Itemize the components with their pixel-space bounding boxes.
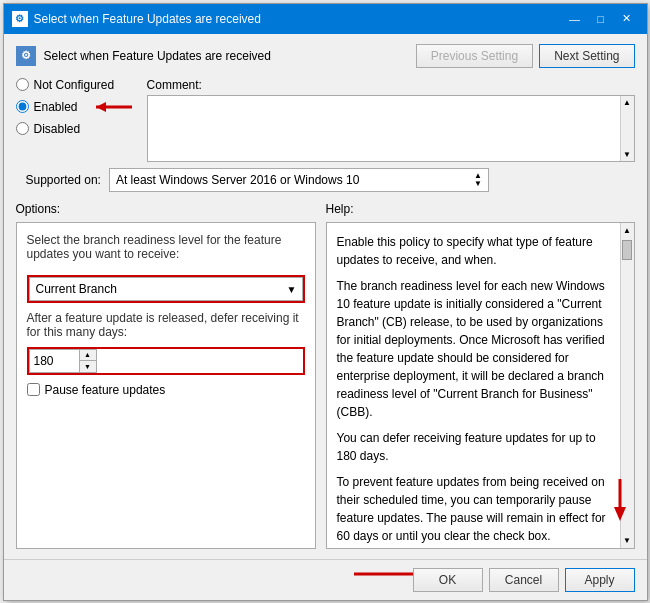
content-area: ⚙ Select when Feature Updates are receiv… (4, 34, 647, 559)
comment-scrollbar: ▲ ▼ (620, 96, 634, 161)
defer-days-down-button[interactable]: ▼ (80, 361, 96, 372)
bottom-bar: OK Cancel Apply (4, 559, 647, 600)
options-panel: Select the branch readiness level for th… (16, 222, 316, 549)
ok-button[interactable]: OK (413, 568, 483, 592)
close-button[interactable]: ✕ (615, 10, 639, 28)
section-labels: Options: Help: (16, 202, 635, 216)
disabled-radio[interactable] (16, 122, 29, 135)
enabled-radio[interactable] (16, 100, 29, 113)
comment-label: Comment: (147, 78, 635, 92)
help-para-4: To prevent feature updates from being re… (337, 473, 610, 545)
maximize-button[interactable]: □ (589, 10, 613, 28)
pause-updates-checkbox[interactable] (27, 383, 40, 396)
help-scroll-thumb[interactable] (622, 240, 632, 260)
header-title: ⚙ Select when Feature Updates are receiv… (16, 46, 271, 66)
title-bar: ⚙ Select when Feature Updates are receiv… (4, 4, 647, 34)
enabled-label: Enabled (34, 100, 78, 114)
pause-updates-label[interactable]: Pause feature updates (27, 383, 305, 397)
help-scroll-down[interactable]: ▼ (623, 533, 631, 548)
branch-dropdown[interactable]: Current Branch Current Branch for Busine… (29, 277, 303, 301)
help-scroll-up[interactable]: ▲ (623, 223, 631, 238)
pause-updates-text: Pause feature updates (45, 383, 166, 397)
help-scrollbar[interactable]: ▲ ▼ (620, 223, 634, 548)
header-title-text: Select when Feature Updates are received (44, 49, 271, 63)
window-icon: ⚙ (12, 11, 28, 27)
header-buttons: Previous Setting Next Setting (416, 44, 635, 68)
disabled-radio-label[interactable]: Disabled (16, 122, 137, 136)
options-section-label: Options: (16, 202, 326, 216)
defer-days-highlight-box: ▲ ▼ (27, 347, 305, 375)
options-description: Select the branch readiness level for th… (27, 233, 305, 261)
not-configured-label: Not Configured (34, 78, 115, 92)
supported-scrollbar: ▲ ▼ (474, 172, 482, 188)
branch-dropdown-wrapper: Current Branch Current Branch for Busine… (29, 277, 303, 301)
enabled-arrow (82, 97, 137, 117)
main-window: ⚙ Select when Feature Updates are receiv… (3, 3, 648, 601)
apply-button[interactable]: Apply (565, 568, 635, 592)
not-configured-radio[interactable] (16, 78, 29, 91)
defer-description: After a feature update is released, defe… (27, 311, 305, 339)
next-setting-button[interactable]: Next Setting (539, 44, 634, 68)
defer-days-up-button[interactable]: ▲ (80, 350, 96, 361)
help-panel: Enable this policy to specify what type … (326, 222, 635, 549)
help-text: Enable this policy to specify what type … (327, 223, 620, 548)
header-row: ⚙ Select when Feature Updates are receiv… (16, 44, 635, 68)
title-bar-controls: — □ ✕ (563, 10, 639, 28)
not-configured-radio-label[interactable]: Not Configured (16, 78, 137, 92)
help-para-1: Enable this policy to specify what type … (337, 233, 610, 269)
window-title: Select when Feature Updates are received (34, 12, 261, 26)
defer-days-input[interactable] (29, 349, 79, 373)
enabled-radio-label[interactable]: Enabled (16, 100, 78, 114)
supported-on-value: At least Windows Server 2016 or Windows … (116, 173, 359, 187)
supported-row: Supported on: At least Windows Server 20… (16, 168, 635, 192)
main-panels: Select the branch readiness level for th… (16, 222, 635, 549)
title-bar-left: ⚙ Select when Feature Updates are receiv… (12, 11, 261, 27)
previous-setting-button[interactable]: Previous Setting (416, 44, 533, 68)
disabled-label: Disabled (34, 122, 81, 136)
svg-marker-1 (96, 102, 106, 112)
defer-days-spinner: ▲ ▼ (79, 349, 97, 373)
supported-on-label: Supported on: (26, 173, 101, 187)
minimize-button[interactable]: — (563, 10, 587, 28)
dropdown-highlight-box: Current Branch Current Branch for Busine… (27, 275, 305, 303)
comment-textarea[interactable] (148, 96, 620, 161)
help-arrow-area (621, 503, 634, 533)
cancel-button[interactable]: Cancel (489, 568, 559, 592)
help-section-label: Help: (326, 202, 354, 216)
header-icon: ⚙ (16, 46, 36, 66)
help-para-3: You can defer receiving feature updates … (337, 429, 610, 465)
help-para-2: The branch readiness level for each new … (337, 277, 610, 421)
